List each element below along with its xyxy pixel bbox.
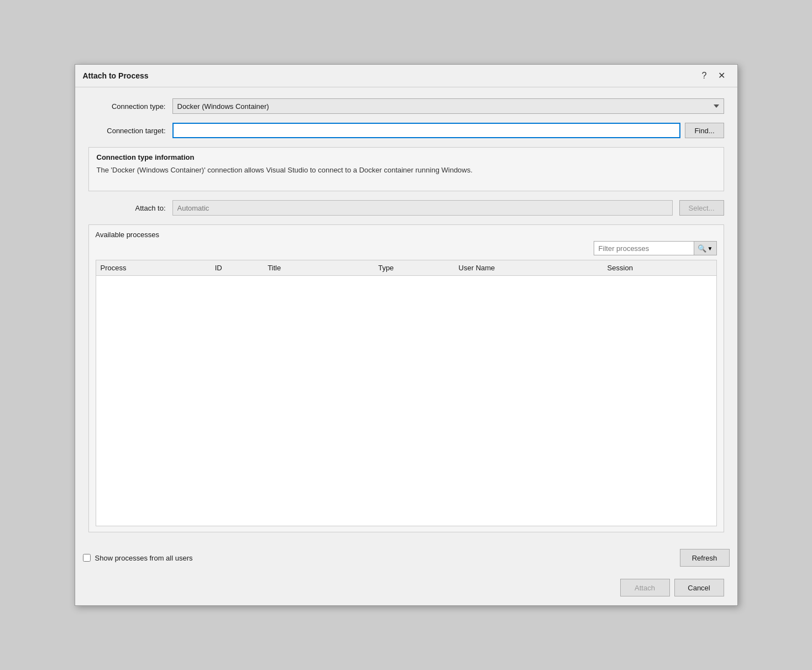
col-username: User Name — [454, 260, 603, 276]
filter-search-button[interactable]: 🔍 ▼ — [694, 242, 716, 255]
connection-target-input[interactable] — [172, 123, 681, 138]
connection-type-control: Docker (Windows Container) — [172, 98, 724, 114]
col-process: Process — [96, 260, 211, 276]
show-all-users-label: Show processes from all users — [95, 554, 193, 562]
col-title: Title — [263, 260, 374, 276]
col-id: ID — [211, 260, 263, 276]
table-header-row: Process ID Title Type User Name Session — [96, 260, 716, 276]
cancel-button[interactable]: Cancel — [674, 579, 724, 596]
available-processes-section: Available processes 🔍 ▼ Process — [88, 224, 724, 532]
find-button[interactable]: Find... — [685, 123, 724, 138]
bottom-bar: Show processes from all users Refresh — [75, 543, 737, 572]
dialog-title: Attach to Process — [83, 71, 149, 80]
help-button[interactable]: ? — [698, 70, 711, 81]
show-all-users-container: Show processes from all users — [83, 554, 193, 562]
process-table: Process ID Title Type User Name Session — [96, 260, 716, 276]
attach-to-input — [172, 200, 673, 216]
search-icon: 🔍 — [698, 244, 706, 253]
select-button[interactable]: Select... — [679, 200, 724, 216]
col-session: Session — [603, 260, 716, 276]
refresh-button[interactable]: Refresh — [680, 549, 730, 567]
info-box-title: Connection type information — [97, 153, 716, 161]
connection-type-label: Connection type: — [88, 102, 166, 111]
attach-button[interactable]: Attach — [620, 579, 670, 596]
dialog-body: Connection type: Docker (Windows Contain… — [75, 87, 737, 543]
footer-buttons: Attach Cancel — [75, 572, 737, 605]
dialog-title-area: Attach to Process — [83, 71, 149, 80]
connection-type-row: Connection type: Docker (Windows Contain… — [88, 98, 724, 114]
process-table-container[interactable]: Process ID Title Type User Name Session — [96, 260, 717, 526]
available-processes-label: Available processes — [96, 231, 717, 239]
title-bar-buttons: ? ✕ — [698, 70, 730, 81]
filter-processes-input[interactable] — [594, 242, 694, 255]
connection-target-row: Connection target: Find... — [88, 123, 724, 138]
filter-dropdown-icon: ▼ — [708, 245, 713, 252]
attach-to-label: Attach to: — [88, 204, 166, 212]
filter-container: 🔍 ▼ — [594, 241, 717, 255]
info-box-text: The 'Docker (Windows Container)' connect… — [97, 165, 716, 176]
attach-to-process-dialog: Attach to Process ? ✕ Connection type: D… — [75, 64, 738, 606]
filter-row: 🔍 ▼ — [96, 241, 717, 255]
connection-target-label: Connection target: — [88, 127, 166, 135]
connection-info-box: Connection type information The 'Docker … — [88, 147, 724, 191]
connection-target-control: Find... — [172, 123, 724, 138]
attach-to-row: Attach to: Select... — [88, 200, 724, 216]
connection-type-dropdown[interactable]: Docker (Windows Container) — [172, 98, 724, 114]
close-button[interactable]: ✕ — [714, 70, 730, 81]
show-all-users-checkbox[interactable] — [83, 554, 91, 562]
title-bar: Attach to Process ? ✕ — [75, 65, 737, 87]
col-type: Type — [374, 260, 454, 276]
